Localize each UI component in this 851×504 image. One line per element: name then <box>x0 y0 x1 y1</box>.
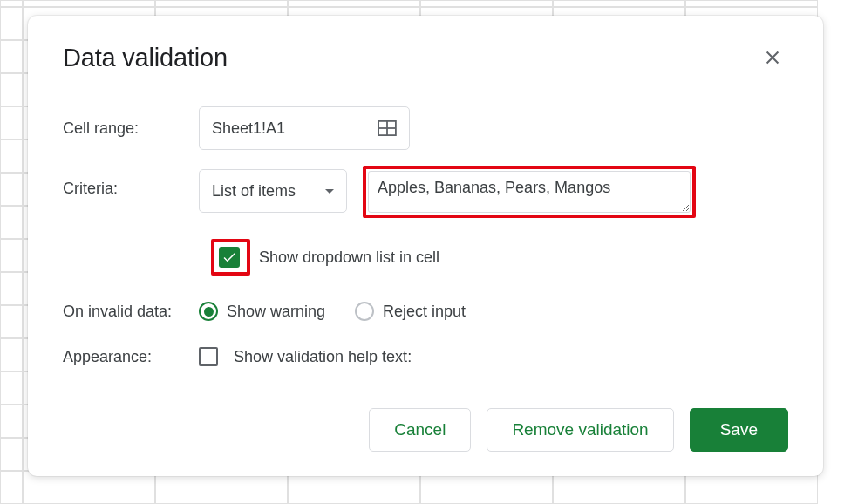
radio-show-warning[interactable]: Show warning <box>199 302 325 321</box>
criteria-selected-value: List of items <box>212 182 296 201</box>
appearance-option-label: Show validation help text: <box>234 348 412 366</box>
show-warning-label: Show warning <box>227 303 325 321</box>
close-icon <box>763 48 782 67</box>
appearance-checkbox[interactable] <box>199 347 218 366</box>
criteria-row: Criteria: List of items <box>63 169 788 221</box>
radio-selected-icon <box>199 302 218 321</box>
remove-validation-button[interactable]: Remove validation <box>487 408 673 452</box>
cell-range-row: Cell range: Sheet1!A1 <box>63 106 788 150</box>
cancel-button[interactable]: Cancel <box>369 408 471 452</box>
cell-range-label: Cell range: <box>63 119 199 138</box>
invalid-data-label: On invalid data: <box>63 303 199 321</box>
grid-select-icon <box>378 120 397 136</box>
dialog-title: Data validation <box>63 44 228 72</box>
dialog-footer: Cancel Remove validation Save <box>63 408 788 452</box>
appearance-label: Appearance: <box>63 348 199 366</box>
close-button[interactable] <box>757 42 788 73</box>
reject-input-label: Reject input <box>383 303 466 321</box>
invalid-data-radio-group: Show warning Reject input <box>199 302 483 321</box>
show-dropdown-row: Show dropdown list in cell <box>211 239 788 276</box>
criteria-label: Criteria: <box>63 169 199 198</box>
radio-reject-input[interactable]: Reject input <box>355 302 466 321</box>
cell-range-value: Sheet1!A1 <box>212 119 285 138</box>
criteria-items-input[interactable] <box>368 171 691 213</box>
save-button[interactable]: Save <box>690 408 788 452</box>
cell-range-input[interactable]: Sheet1!A1 <box>199 106 410 150</box>
checkbox-highlight <box>211 239 250 276</box>
data-validation-dialog: Data validation Cell range: Sheet1!A1 Cr… <box>28 16 823 476</box>
check-icon <box>221 249 237 265</box>
appearance-row: Appearance: Show validation help text: <box>63 347 788 366</box>
chevron-down-icon <box>325 189 334 194</box>
radio-unselected-icon <box>355 302 374 321</box>
dialog-header: Data validation <box>63 42 788 73</box>
show-dropdown-label: Show dropdown list in cell <box>259 249 439 267</box>
criteria-select[interactable]: List of items <box>199 169 347 213</box>
invalid-data-row: On invalid data: Show warning Reject inp… <box>63 302 788 321</box>
show-dropdown-checkbox[interactable] <box>219 247 240 268</box>
items-field-highlight <box>363 166 696 218</box>
